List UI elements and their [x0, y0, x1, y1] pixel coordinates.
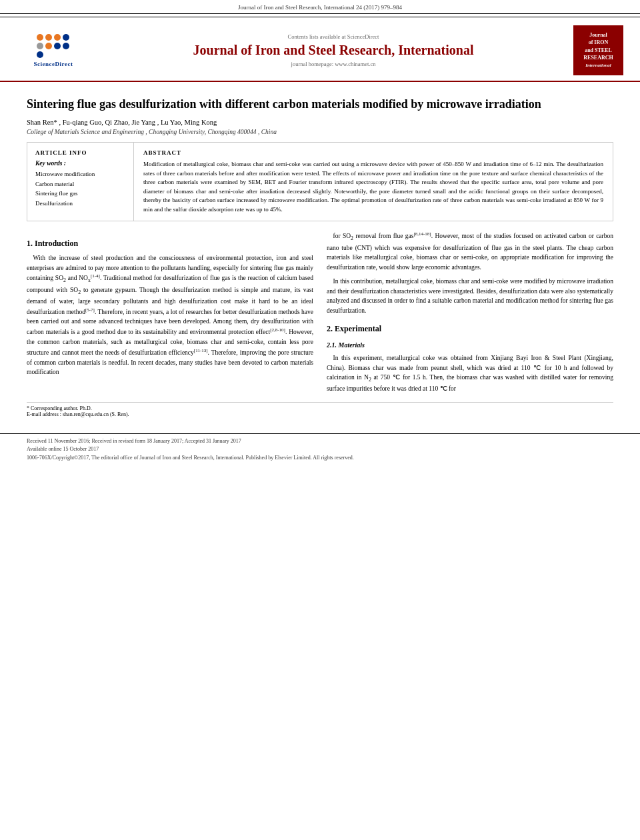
science-direct-label: ScienceDirect [34, 61, 73, 67]
journal-logo-box: Journalof IRONand STEELRESEARCH Internat… [573, 25, 623, 75]
article-content: Sintering flue gas desulfurization with … [0, 82, 640, 424]
copyright: 1006-706X/Copyright©2017, The editorial … [27, 455, 613, 461]
left-column: 1. Introduction With the increase of ste… [27, 231, 313, 398]
article-title: Sintering flue gas desulfurization with … [27, 97, 613, 112]
keyword-1: Microwave modification [35, 169, 125, 179]
intro-para-1: With the increase of steel production an… [27, 253, 313, 377]
sd-dot-1 [37, 34, 43, 41]
affiliation: College of Materials Science and Enginee… [27, 129, 613, 135]
two-col-body: 1. Introduction With the increase of ste… [27, 231, 613, 398]
science-direct-logo-section: ScienceDirect [13, 34, 93, 67]
right-column: for SO2 removal from flue gas[8,14-18]. … [327, 231, 613, 398]
sd-dot-6 [45, 43, 52, 49]
intro-para-right-2: In this contribution, metallurgical coke… [327, 277, 613, 316]
logo-text: Journalof IRONand STEELRESEARCH Internat… [583, 31, 613, 69]
journal-title-main: Journal of Iron and Steel Research, Inte… [100, 43, 567, 58]
footnote-star: * Corresponding author. Ph.D. E-mail add… [27, 402, 613, 417]
info-abstract-row: ARTICLE INFO Key words : Microwave modif… [27, 142, 613, 221]
keyword-4: Desulfurization [35, 199, 125, 208]
journal-header: ScienceDirect Contents lists available a… [0, 20, 640, 82]
available-online: Available online 15 October 2017 [27, 445, 613, 453]
sd-dot-9 [37, 51, 43, 58]
keyword-2: Carbon material [35, 179, 125, 189]
abstract-text: Modification of metallurgical coke, biom… [143, 160, 603, 214]
sd-dot-4 [63, 34, 69, 41]
sd-dot-7 [54, 43, 61, 49]
footnote-corresponding: * Corresponding author. Ph.D. [27, 405, 613, 411]
authors: Shan Ren* , Fu-qiang Guo, Qi Zhao, Jie Y… [27, 119, 613, 126]
footer: Received 11 November 2016; Received in r… [0, 433, 640, 465]
experimental-para-1: In this experiment, metallurgical coke w… [327, 353, 613, 394]
article-info-box: ARTICLE INFO Key words : Microwave modif… [27, 143, 134, 221]
abstract-box: ABSTRACT Modification of metallurgical c… [134, 143, 613, 221]
journal-url: journal homepage: www.chinamet.cn [100, 61, 567, 67]
experimental-heading: 2. Experimental [327, 323, 613, 335]
abstract-title: ABSTRACT [143, 149, 603, 156]
footer-dates: Received 11 November 2016; Received in r… [27, 438, 613, 444]
article-info-title: ARTICLE INFO [35, 149, 125, 156]
materials-subheading: 2.1. Materials [327, 340, 613, 351]
contents-line: Contents lists available at ScienceDirec… [100, 33, 567, 40]
top-journal-bar: Journal of Iron and Steel Research, Inte… [0, 0, 640, 14]
sd-dot-5 [37, 43, 43, 49]
keyword-3: Sintering flue gas [35, 189, 125, 198]
sd-dot-8 [63, 43, 69, 49]
sd-dot-3 [54, 34, 61, 41]
intro-heading: 1. Introduction [27, 237, 313, 250]
footnote-email: E-mail address : shan.ren@cqu.edu.cn (S.… [27, 411, 613, 417]
keywords-label: Key words : [35, 160, 125, 167]
sd-dot-2 [45, 34, 52, 41]
journal-citation: Journal of Iron and Steel Research, Inte… [238, 4, 402, 11]
intro-para-right-1: for SO2 removal from flue gas[8,14-18]. … [327, 231, 613, 272]
journal-logo: Journalof IRONand STEELRESEARCH Internat… [573, 25, 627, 75]
journal-title-section: Contents lists available at ScienceDirec… [100, 33, 567, 67]
received-dates: Received 11 November 2016; Received in r… [27, 438, 241, 444]
sd-dots-grid [37, 34, 70, 58]
